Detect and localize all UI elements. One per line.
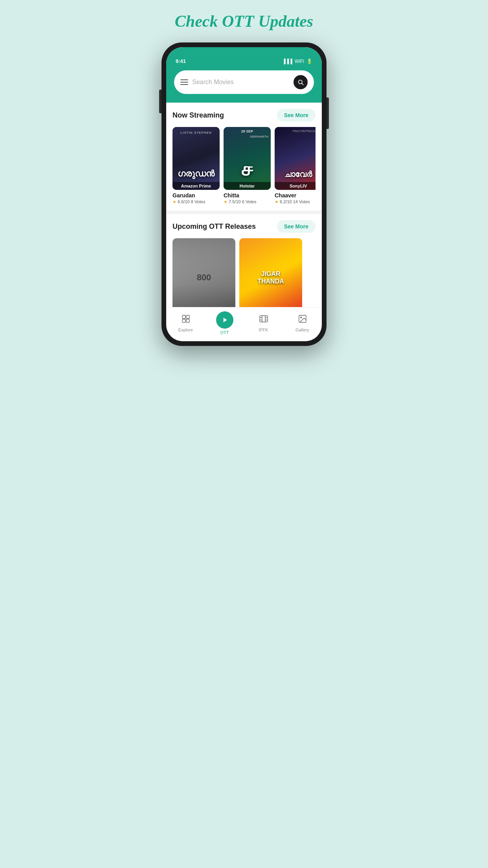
movie-poster-chitta: 28 SEP SIDDHARTH ச Hotstar xyxy=(224,127,271,190)
svg-rect-7 xyxy=(260,316,268,322)
movie-poster-chaaver: TINO PAPPACHAN ചാവേർ SonyLIV xyxy=(275,127,316,190)
chaaver-director: TINO PAPPACHAN xyxy=(292,129,316,133)
chaaver-rating: ★ 6.2/10 14 Votes xyxy=(275,199,316,204)
status-time: 9:41 xyxy=(176,58,186,64)
page-title: Check OTT Updates xyxy=(175,12,313,31)
chitta-platform: Hotstar xyxy=(224,182,271,190)
search-bar[interactable]: Search Movies xyxy=(174,70,314,94)
star-icon: ★ xyxy=(172,199,176,204)
jigar-poster-art: JIGARTHANDA xyxy=(257,270,284,285)
now-streaming-section: Now Streaming See More LISTIN STEPHEN ഗര… xyxy=(166,103,322,211)
movie-card-800[interactable]: 800 Jio Cinema 800 Sat, 2 Dec ★ 7.0/10 1… xyxy=(172,238,235,307)
svg-marker-6 xyxy=(223,318,227,322)
garudan-poster-art: ഗരുഡൻ xyxy=(172,169,220,179)
garudan-title: Garudan xyxy=(172,192,220,199)
gallery-label: Gallery xyxy=(295,327,309,332)
now-streaming-title: Now Streaming xyxy=(172,111,224,120)
chitta-date-art: 28 SEP xyxy=(224,129,271,133)
star-icon: ★ xyxy=(224,199,227,204)
wifi-icon: WiFi xyxy=(295,59,304,64)
chitta-director: SIDDHARTH xyxy=(250,135,268,138)
chitta-poster-art: ச xyxy=(224,160,271,179)
status-bar: 9:41 ▐▐▐ WiFi 🔋 xyxy=(174,58,314,64)
bottom-nav: Explore OTT xyxy=(166,307,322,341)
iffk-icon xyxy=(259,314,268,326)
chitta-title: Chitta xyxy=(224,192,271,199)
chitta-rating: ★ 7.5/10 6 Votes xyxy=(224,199,271,204)
star-icon: ★ xyxy=(275,199,279,204)
now-streaming-header: Now Streaming See More xyxy=(172,109,316,121)
explore-label: Explore xyxy=(178,327,193,332)
upcoming-see-more[interactable]: See More xyxy=(277,220,316,233)
svg-line-1 xyxy=(302,83,303,85)
chaaver-title: Chaaver xyxy=(275,192,316,199)
movie-card-chitta[interactable]: 28 SEP SIDDHARTH ச Hotstar Chitta ★ 7.5/… xyxy=(224,127,271,204)
svg-point-15 xyxy=(301,317,302,318)
nav-ott[interactable]: OTT xyxy=(213,311,237,335)
ott-label: OTT xyxy=(220,330,229,335)
status-icons: ▐▐▐ WiFi 🔋 xyxy=(282,59,312,64)
movie-poster-800: 800 Jio Cinema xyxy=(172,238,235,307)
chaaver-poster-art: ചാവേർ xyxy=(275,170,316,179)
signal-icon: ▐▐▐ xyxy=(282,59,292,64)
menu-icon[interactable] xyxy=(180,79,188,85)
garudan-platform: Amazon Prime xyxy=(172,182,220,190)
menu-line-2 xyxy=(180,82,188,83)
movie-card-garudan[interactable]: LISTIN STEPHEN ഗരുഡൻ Amazon Prime Garuda… xyxy=(172,127,220,204)
gallery-icon xyxy=(298,314,307,326)
search-button[interactable] xyxy=(294,75,308,89)
upcoming-title: Upcoming OTT Releases xyxy=(172,223,256,231)
explore-icon xyxy=(181,314,191,326)
nav-explore[interactable]: Explore xyxy=(174,314,198,332)
now-streaming-list: LISTIN STEPHEN ഗരുഡൻ Amazon Prime Garuda… xyxy=(172,127,316,208)
chaaver-platform: SonyLIV xyxy=(275,182,316,190)
app-header: 9:41 ▐▐▐ WiFi 🔋 Search Movies xyxy=(166,47,322,103)
upcoming-list: 800 Jio Cinema 800 Sat, 2 Dec ★ 7.0/10 1… xyxy=(172,238,316,307)
phone-screen: 9:41 ▐▐▐ WiFi 🔋 Search Movies xyxy=(166,47,322,341)
phone-frame: 9:41 ▐▐▐ WiFi 🔋 Search Movies xyxy=(161,42,327,346)
search-input[interactable]: Search Movies xyxy=(192,79,290,86)
movie-poster-garudan: LISTIN STEPHEN ഗരുഡൻ Amazon Prime xyxy=(172,127,220,190)
garudan-rating: ★ 6.6/10 8 Votes xyxy=(172,199,220,204)
movie-poster-jigar: JIGARTHANDA Netflix xyxy=(239,238,302,307)
svg-rect-2 xyxy=(182,315,185,318)
content-area: Now Streaming See More LISTIN STEPHEN ഗര… xyxy=(166,103,322,307)
now-streaming-see-more[interactable]: See More xyxy=(277,109,316,121)
battery-icon: 🔋 xyxy=(306,59,312,64)
section-divider xyxy=(166,211,322,214)
movie-card-chaaver[interactable]: TINO PAPPACHAN ചാവേർ SonyLIV Chaaver ★ 6… xyxy=(275,127,316,204)
nav-iffk[interactable]: IFFK xyxy=(252,314,275,332)
upcoming-ott-section: Upcoming OTT Releases See More 800 Jio C… xyxy=(166,214,322,307)
upcoming-header: Upcoming OTT Releases See More xyxy=(172,220,316,233)
movie-card-jigar[interactable]: JIGARTHANDA Netflix Jigarthanda Double X… xyxy=(239,238,302,307)
nav-gallery[interactable]: Gallery xyxy=(291,314,314,332)
menu-line-3 xyxy=(180,84,188,85)
svg-rect-5 xyxy=(186,319,189,322)
ott-icon xyxy=(216,311,233,329)
menu-line-1 xyxy=(180,79,188,80)
svg-rect-3 xyxy=(186,315,189,318)
iffk-label: IFFK xyxy=(259,327,268,332)
svg-rect-4 xyxy=(182,319,185,322)
